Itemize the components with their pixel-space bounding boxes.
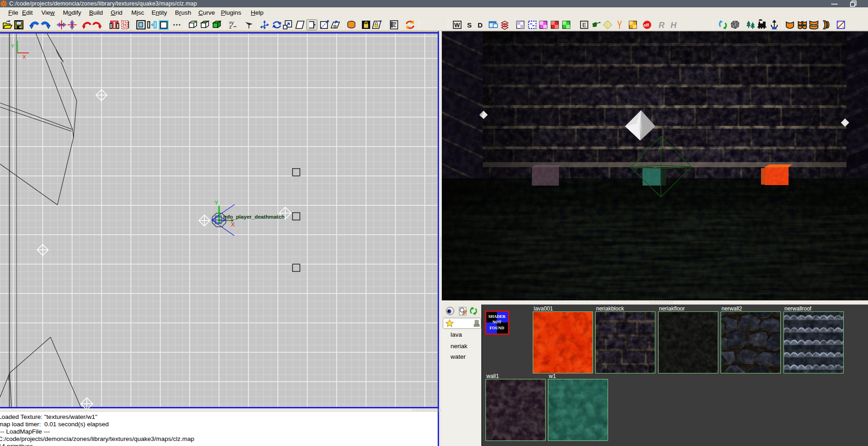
svg-text:S: S: [467, 21, 472, 29]
svg-text:R: R: [659, 21, 665, 30]
svg-text:FOUND: FOUND: [490, 326, 504, 330]
svg-text:NOT: NOT: [492, 320, 502, 324]
svg-text:D: D: [478, 21, 483, 29]
svg-text:info_player_deathmatch: info_player_deathmatch: [223, 214, 285, 220]
svg-text:E: E: [582, 22, 586, 28]
svg-text:SHADER: SHADER: [488, 314, 506, 319]
svg-text:H: H: [671, 21, 677, 30]
svg-text:z: z: [229, 24, 232, 29]
svg-text:X: X: [231, 221, 235, 228]
svg-text:Y: Y: [11, 43, 15, 49]
svg-text:X: X: [23, 54, 26, 60]
svg-text:Y: Y: [214, 200, 218, 206]
svg-text:W: W: [454, 22, 460, 28]
svg-text:off: off: [644, 23, 649, 28]
